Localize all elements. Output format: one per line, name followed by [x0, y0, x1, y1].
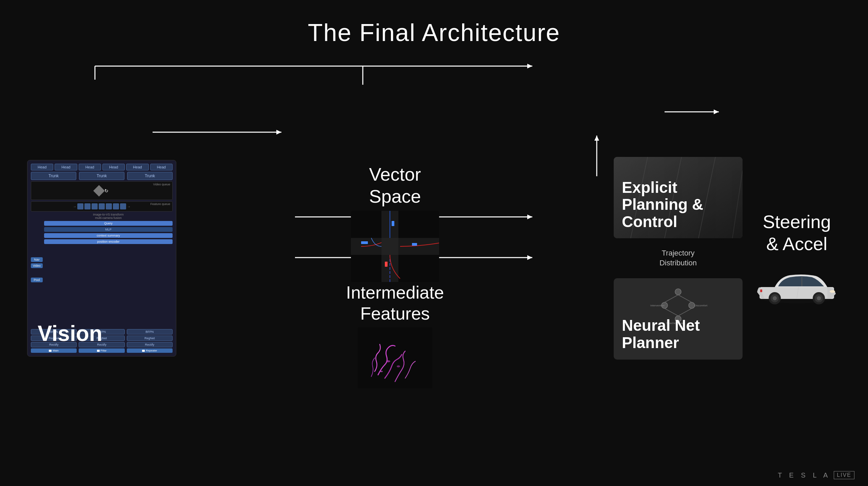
vector-space-section: VectorSpace: [351, 163, 439, 282]
nav-label: Nav: [31, 257, 43, 262]
explicit-planning-text: ExplicitPlanning &Control: [622, 179, 703, 230]
svg-point-28: [380, 371, 383, 372]
middle-section: Nav Video Pool image-to-VS transformmult…: [31, 213, 173, 326]
middle-content: VectorSpace: [176, 157, 614, 360]
svg-point-38: [689, 302, 695, 308]
diamond-shape: [93, 185, 105, 197]
neural-net-text: Neural NetPlanner: [622, 317, 700, 351]
slide: The Final Architecture: [0, 0, 868, 486]
head-box: Head: [79, 164, 101, 170]
head-box: Head: [126, 164, 149, 170]
features-image: [358, 327, 432, 388]
head-box: Head: [150, 164, 173, 170]
svg-rect-20: [361, 241, 368, 244]
trajectory-section: TrajectoryDistribution: [614, 248, 743, 268]
svg-rect-57: [760, 289, 762, 292]
neural-graph: Intervention Discomfort Reaches Goal: [644, 285, 712, 319]
svg-rect-21: [412, 243, 417, 246]
intermediate-features-label: IntermediateFeatures: [346, 282, 444, 324]
svg-point-27: [397, 365, 400, 367]
svg-rect-24: [381, 238, 398, 255]
middle-area: image-to-VS transformmulti-camera fusion…: [44, 213, 173, 326]
intersection-image: [351, 211, 439, 282]
video-queue-label: Video queue: [153, 183, 170, 186]
feature-queue-area: Feature queue → →: [31, 201, 173, 211]
content-area: Head Head Head Head Head Head Trunk Trun…: [27, 58, 841, 459]
svg-rect-22: [385, 262, 388, 267]
svg-point-56: [830, 290, 835, 293]
head-row: Head Head Head Head Head Head: [31, 164, 173, 170]
tesla-footer: T E S L A LIVE: [778, 471, 854, 479]
feature-queue-label: Feature queue: [150, 202, 170, 206]
query-box: Query: [44, 221, 173, 226]
svg-point-55: [817, 296, 821, 300]
trajectory-label-group: TrajectoryDistribution: [659, 248, 697, 268]
svg-point-36: [675, 289, 681, 295]
tesla-text: T E S L A: [778, 471, 830, 479]
intermediate-features-section: IntermediateFeatures: [346, 282, 444, 389]
trunk-box: Trunk: [31, 172, 76, 180]
live-badge: LIVE: [834, 471, 854, 479]
far-right-section: Steering& Accel: [753, 211, 841, 306]
vector-space-label: VectorSpace: [369, 163, 421, 207]
svg-point-52: [773, 296, 777, 300]
svg-rect-23: [392, 221, 394, 226]
video-queue-area: Video queue ↻: [31, 181, 173, 200]
head-box: Head: [102, 164, 125, 170]
slide-title: The Final Architecture: [0, 0, 868, 46]
steering-accel-label: Steering& Accel: [763, 211, 831, 255]
trunk-box: Trunk: [127, 172, 173, 180]
svg-rect-25: [358, 327, 432, 388]
mlp-box: MLP: [44, 227, 173, 232]
head-box: Head: [31, 164, 53, 170]
vision-block: Head Head Head Head Head Head Trunk Trun…: [27, 160, 176, 357]
repeater-camera-col: BFPN RegNet Rectify Repeater: [127, 329, 173, 353]
pool-label: Pool: [31, 278, 43, 282]
head-box: Head: [55, 164, 77, 170]
trajectory-label: TrajectoryDistribution: [659, 248, 697, 268]
trunk-row: Trunk Trunk Trunk: [31, 172, 173, 180]
video-label: Video: [31, 263, 43, 268]
left-labels: Nav Video Pool: [31, 213, 43, 326]
position-encoder-box: position encoder: [44, 239, 173, 244]
svg-text:Discomfort: Discomfort: [694, 304, 708, 307]
vision-label: Vision: [38, 321, 102, 346]
neural-net-planner-block: Intervention Discomfort Reaches Goal Neu…: [614, 278, 743, 360]
svg-text:Intervention: Intervention: [650, 304, 665, 307]
explicit-planning-block: ExplicitPlanning &Control: [614, 157, 743, 238]
svg-point-26: [386, 360, 390, 362]
trunk-box: Trunk: [79, 172, 124, 180]
right-blocks: ExplicitPlanning &Control TrajectoryDist…: [614, 157, 743, 359]
car-image: [753, 262, 841, 306]
context-summary-box: context summary: [44, 233, 173, 238]
